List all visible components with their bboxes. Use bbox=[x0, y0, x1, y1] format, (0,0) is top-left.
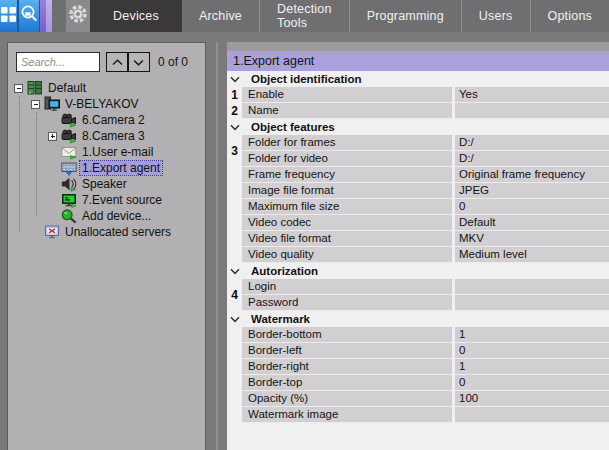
property-label: Frame frequency bbox=[242, 167, 452, 183]
tree-item-label: Default bbox=[46, 81, 88, 95]
tab-programming[interactable]: Programming bbox=[349, 0, 461, 32]
search-next-button[interactable] bbox=[128, 52, 150, 72]
property-value[interactable]: 0 bbox=[455, 343, 609, 359]
tab-users[interactable]: Users bbox=[461, 0, 530, 32]
speaker-icon bbox=[61, 176, 77, 192]
camera-icon bbox=[61, 128, 77, 144]
property-row-video-codec: Video codecDefault bbox=[227, 215, 609, 231]
property-value[interactable]: Yes bbox=[455, 87, 609, 103]
property-value[interactable]: D:/ bbox=[455, 135, 609, 151]
property-row-video-quality: Video qualityMedium level bbox=[227, 247, 609, 263]
properties-panel: 1.Export agent Object identification1Ena… bbox=[227, 42, 609, 450]
property-row-name: 2Name bbox=[227, 103, 609, 119]
property-value[interactable] bbox=[455, 407, 609, 423]
property-row-opacity: Opacity (%)100 bbox=[227, 391, 609, 407]
section-header-watermark[interactable]: Watermark bbox=[227, 311, 609, 327]
tree-item-label: Unallocated servers bbox=[63, 225, 173, 239]
row-marker-slot bbox=[227, 167, 242, 183]
property-value[interactable] bbox=[455, 295, 609, 311]
tree-expander-plus[interactable] bbox=[48, 132, 57, 141]
tree-item-default[interactable]: Default bbox=[8, 80, 205, 96]
property-label: Name bbox=[242, 103, 452, 119]
property-value[interactable]: 0 bbox=[455, 375, 609, 391]
annotation-marker-2: 2 bbox=[227, 105, 242, 117]
search-result-counter: 0 of 0 bbox=[158, 55, 188, 69]
tree-item-add-device[interactable]: Add device... bbox=[8, 208, 205, 224]
tree-item-label: 7.Event source bbox=[80, 193, 164, 207]
tree-item-6-camera-2[interactable]: 6.Camera 2 bbox=[8, 112, 205, 128]
tree-item-1-user-e-mail[interactable]: 1.User e-mail bbox=[8, 144, 205, 160]
topbar: DevicesArchiveDetection ToolsProgramming… bbox=[0, 0, 609, 32]
row-marker-slot bbox=[227, 183, 242, 199]
section-header-object-features[interactable]: Object features bbox=[227, 119, 609, 135]
property-row-frame-frequency: Frame frequencyOriginal frame frequency bbox=[227, 167, 609, 183]
property-value[interactable]: MKV bbox=[455, 231, 609, 247]
property-value[interactable]: Original frame frequency bbox=[455, 167, 609, 183]
tab-options[interactable]: Options bbox=[530, 0, 609, 32]
annotation-marker-1: 1 bbox=[227, 89, 242, 101]
property-row-maximum-file-size: Maximum file size0 bbox=[227, 199, 609, 215]
property-row-enable: 1EnableYes bbox=[227, 87, 609, 103]
tree-item-speaker[interactable]: Speaker bbox=[8, 176, 205, 192]
property-value[interactable] bbox=[455, 103, 609, 119]
property-value[interactable]: 100 bbox=[455, 391, 609, 407]
settings-button[interactable] bbox=[66, 0, 90, 32]
tree-item-7-event-source[interactable]: 7.Event source bbox=[8, 192, 205, 208]
section-title: Object identification bbox=[251, 73, 362, 85]
row-marker-slot bbox=[227, 247, 242, 263]
selected-object-title: 1.Export agent bbox=[227, 51, 609, 71]
computer-icon bbox=[44, 96, 60, 112]
row-marker-slot bbox=[227, 407, 242, 423]
row-marker-slot bbox=[227, 215, 242, 231]
property-row-password: Password bbox=[227, 295, 609, 311]
search-view-button[interactable] bbox=[19, 0, 40, 32]
section-header-object-identification[interactable]: Object identification bbox=[227, 71, 609, 87]
row-marker-slot bbox=[227, 343, 242, 359]
row-marker-slot bbox=[227, 327, 242, 343]
property-label: Enable bbox=[242, 87, 452, 103]
accent-strip-lavender bbox=[46, 0, 52, 32]
tree-item-label: Add device... bbox=[80, 209, 153, 223]
property-row-border-right: Border-right1 bbox=[227, 359, 609, 375]
tab-detection-tools[interactable]: Detection Tools bbox=[259, 0, 349, 32]
property-value[interactable]: D:/ bbox=[455, 151, 609, 167]
app-window: DevicesArchiveDetection ToolsProgramming… bbox=[0, 0, 609, 450]
property-value[interactable] bbox=[455, 279, 609, 295]
windows-grid-button[interactable] bbox=[0, 0, 19, 32]
property-value[interactable]: 1 bbox=[455, 327, 609, 343]
section-header-autorization[interactable]: Autorization bbox=[227, 263, 609, 279]
tree-expander-minus[interactable] bbox=[14, 84, 23, 93]
property-label: Border-right bbox=[242, 359, 452, 375]
row-marker-slot: 4 bbox=[227, 279, 242, 295]
section-title: Object features bbox=[251, 121, 335, 133]
property-value[interactable]: Default bbox=[455, 215, 609, 231]
panel-top-strip bbox=[227, 42, 609, 51]
tab-devices[interactable]: Devices bbox=[90, 0, 182, 32]
tree-item-1-export-agent[interactable]: 1.Export agent bbox=[8, 160, 205, 176]
property-value[interactable]: 0 bbox=[455, 199, 609, 215]
tree-item-label: 8.Camera 3 bbox=[80, 129, 147, 143]
tree-item-unallocated-servers[interactable]: Unallocated servers bbox=[8, 224, 205, 240]
property-row-watermark-image: Watermark image bbox=[227, 407, 609, 423]
tree-search-row: 0 of 0 bbox=[8, 43, 205, 77]
search-input[interactable] bbox=[16, 52, 100, 72]
property-row-border-bottom: Border-bottom1 bbox=[227, 327, 609, 343]
property-value[interactable]: Medium level bbox=[455, 247, 609, 263]
property-row-login: 4Login bbox=[227, 279, 609, 295]
export-agent-icon bbox=[61, 160, 77, 176]
row-marker-slot: 1 bbox=[227, 87, 242, 103]
property-value[interactable]: JPEG bbox=[455, 183, 609, 199]
chevron-down-icon bbox=[230, 316, 240, 323]
tree-expander-minus[interactable] bbox=[31, 100, 40, 109]
property-value[interactable]: 1 bbox=[455, 359, 609, 375]
property-label: Maximum file size bbox=[242, 199, 452, 215]
add-device-icon bbox=[61, 208, 77, 224]
tree-item-label: 6.Camera 2 bbox=[80, 113, 147, 127]
panel-divider bbox=[216, 42, 218, 450]
property-label: Folder for frames bbox=[242, 135, 452, 151]
tab-archive[interactable]: Archive bbox=[182, 0, 259, 32]
tree-item-v-belyakov[interactable]: V-BELYAKOV bbox=[8, 96, 205, 112]
search-prev-button[interactable] bbox=[106, 52, 128, 72]
gear-icon bbox=[66, 2, 90, 30]
tree-item-8-camera-3[interactable]: 8.Camera 3 bbox=[8, 128, 205, 144]
